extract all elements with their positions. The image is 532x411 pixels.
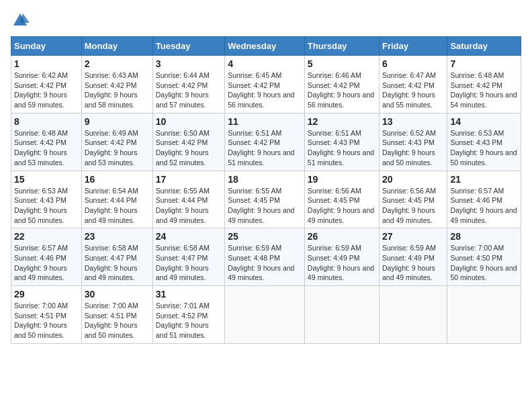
svg-marker-1 [20,13,30,23]
day-info: Sunrise: 6:49 AM Sunset: 4:42 PM Dayligh… [85,128,150,168]
daylight-label: Daylight: 9 hours and 53 minutes. [14,148,67,167]
daylight-label: Daylight: 9 hours and 49 minutes. [156,206,209,224]
sunrise-label: Sunrise: 6:51 AM [308,129,361,137]
day-number: 19 [308,174,376,185]
calendar-table: SundayMondayTuesdayWednesdayThursdayFrid… [11,36,521,344]
sunrise-label: Sunrise: 6:58 AM [156,244,210,252]
daylight-label: Daylight: 9 hours and 54 minutes. [450,91,517,109]
daylight-label: Daylight: 9 hours and 50 minutes. [14,321,67,339]
daylight-label: Daylight: 9 hours and 49 minutes. [228,206,294,224]
day-info: Sunrise: 6:53 AM Sunset: 4:43 PM Dayligh… [14,186,79,226]
day-info: Sunrise: 6:43 AM Sunset: 4:42 PM Dayligh… [85,71,150,110]
day-info: Sunrise: 6:57 AM Sunset: 4:46 PM Dayligh… [14,243,79,283]
sunset-label: Sunset: 4:47 PM [85,254,137,262]
calendar-cell: 6 Sunrise: 6:47 AM Sunset: 4:42 PM Dayli… [380,56,447,113]
day-number: 10 [156,116,222,127]
day-info: Sunrise: 6:48 AM Sunset: 4:42 PM Dayligh… [14,128,79,168]
calendar-cell: 21 Sunrise: 6:57 AM Sunset: 4:46 PM Dayl… [447,171,521,228]
day-number: 22 [14,231,79,242]
calendar-cell: 22 Sunrise: 6:57 AM Sunset: 4:46 PM Dayl… [11,228,82,286]
sunset-label: Sunset: 4:43 PM [14,196,66,204]
calendar-cell: 7 Sunrise: 6:48 AM Sunset: 4:42 PM Dayli… [447,56,521,113]
sunrise-label: Sunrise: 6:42 AM [14,71,68,79]
daylight-label: Daylight: 9 hours and 50 minutes. [450,148,517,167]
sunset-label: Sunset: 4:50 PM [450,254,502,262]
day-number: 9 [85,116,150,127]
calendar-week-2: 8 Sunrise: 6:48 AM Sunset: 4:42 PM Dayli… [11,113,521,171]
sunset-label: Sunset: 4:44 PM [156,196,208,204]
day-number: 1 [14,58,79,69]
day-number: 17 [156,174,222,185]
daylight-label: Daylight: 9 hours and 49 minutes. [382,206,435,224]
day-info: Sunrise: 6:56 AM Sunset: 4:45 PM Dayligh… [308,186,376,226]
sunset-label: Sunset: 4:45 PM [382,196,435,204]
day-info: Sunrise: 6:59 AM Sunset: 4:49 PM Dayligh… [382,243,444,283]
daylight-label: Daylight: 9 hours and 51 minutes. [228,148,294,167]
calendar-cell: 12 Sunrise: 6:51 AM Sunset: 4:43 PM Dayl… [304,113,379,171]
sunset-label: Sunset: 4:51 PM [14,312,66,320]
sunrise-label: Sunrise: 6:46 AM [308,71,361,79]
sunset-label: Sunset: 4:43 PM [382,138,435,146]
calendar-cell: 3 Sunrise: 6:44 AM Sunset: 4:42 PM Dayli… [152,56,224,113]
day-info: Sunrise: 7:00 AM Sunset: 4:51 PM Dayligh… [85,301,150,340]
day-number: 18 [228,174,302,185]
sunset-label: Sunset: 4:47 PM [156,254,208,262]
sunrise-label: Sunrise: 6:56 AM [308,187,361,195]
calendar-cell: 4 Sunrise: 6:45 AM Sunset: 4:42 PM Dayli… [225,56,305,113]
weekday-header-thursday: Thursday [304,37,379,56]
calendar-week-5: 29 Sunrise: 7:00 AM Sunset: 4:51 PM Dayl… [11,286,521,344]
sunrise-label: Sunrise: 6:51 AM [228,129,281,137]
calendar-cell [304,286,379,344]
sunrise-label: Sunrise: 7:00 AM [450,244,504,252]
day-number: 21 [450,174,518,185]
daylight-label: Daylight: 9 hours and 49 minutes. [14,264,67,282]
sunrise-label: Sunrise: 6:49 AM [85,129,138,137]
daylight-label: Daylight: 9 hours and 49 minutes. [382,264,435,282]
daylight-label: Daylight: 9 hours and 49 minutes. [308,206,374,224]
day-number: 7 [450,58,518,69]
day-number: 8 [14,116,79,127]
daylight-label: Daylight: 9 hours and 56 minutes. [228,91,294,109]
daylight-label: Daylight: 9 hours and 56 minutes. [308,91,374,109]
calendar-cell: 20 Sunrise: 6:56 AM Sunset: 4:45 PM Dayl… [380,171,447,228]
day-info: Sunrise: 7:01 AM Sunset: 4:52 PM Dayligh… [156,301,222,340]
day-number: 20 [382,174,444,185]
logo [11,11,32,30]
day-info: Sunrise: 6:51 AM Sunset: 4:43 PM Dayligh… [308,128,376,168]
sunset-label: Sunset: 4:49 PM [382,254,435,262]
sunset-label: Sunset: 4:42 PM [156,81,208,89]
sunrise-label: Sunrise: 6:52 AM [382,129,436,137]
daylight-label: Daylight: 9 hours and 59 minutes. [14,91,67,109]
sunrise-label: Sunrise: 6:58 AM [85,244,138,252]
calendar-cell: 27 Sunrise: 6:59 AM Sunset: 4:49 PM Dayl… [380,228,447,286]
daylight-label: Daylight: 9 hours and 50 minutes. [85,321,138,339]
day-info: Sunrise: 6:47 AM Sunset: 4:42 PM Dayligh… [382,71,444,110]
sunset-label: Sunset: 4:49 PM [308,254,360,262]
day-number: 2 [85,58,150,69]
calendar-cell: 26 Sunrise: 6:59 AM Sunset: 4:49 PM Dayl… [304,228,379,286]
logo-icon [11,11,30,30]
weekday-header-sunday: Sunday [11,37,82,56]
calendar-week-1: 1 Sunrise: 6:42 AM Sunset: 4:42 PM Dayli… [11,56,521,113]
day-number: 14 [450,116,518,127]
sunset-label: Sunset: 4:42 PM [228,81,280,89]
sunset-label: Sunset: 4:42 PM [382,81,435,89]
day-info: Sunrise: 6:55 AM Sunset: 4:44 PM Dayligh… [156,186,222,226]
day-info: Sunrise: 6:52 AM Sunset: 4:43 PM Dayligh… [382,128,444,168]
sunrise-label: Sunrise: 6:44 AM [156,71,210,79]
sunrise-label: Sunrise: 6:47 AM [382,71,436,79]
daylight-label: Daylight: 9 hours and 49 minutes. [228,264,294,282]
calendar-cell: 15 Sunrise: 6:53 AM Sunset: 4:43 PM Dayl… [11,171,82,228]
day-number: 27 [382,231,444,242]
day-info: Sunrise: 7:00 AM Sunset: 4:51 PM Dayligh… [14,301,79,340]
day-info: Sunrise: 6:59 AM Sunset: 4:48 PM Dayligh… [228,243,302,283]
calendar-cell: 5 Sunrise: 6:46 AM Sunset: 4:42 PM Dayli… [304,56,379,113]
sunrise-label: Sunrise: 6:48 AM [14,129,68,137]
calendar-cell: 28 Sunrise: 7:00 AM Sunset: 4:50 PM Dayl… [447,228,521,286]
sunrise-label: Sunrise: 6:57 AM [450,187,504,195]
sunrise-label: Sunrise: 6:53 AM [14,187,68,195]
sunrise-label: Sunrise: 6:54 AM [85,187,138,195]
calendar-cell [447,286,521,344]
calendar-cell: 30 Sunrise: 7:00 AM Sunset: 4:51 PM Dayl… [81,286,152,344]
sunrise-label: Sunrise: 6:55 AM [156,187,210,195]
